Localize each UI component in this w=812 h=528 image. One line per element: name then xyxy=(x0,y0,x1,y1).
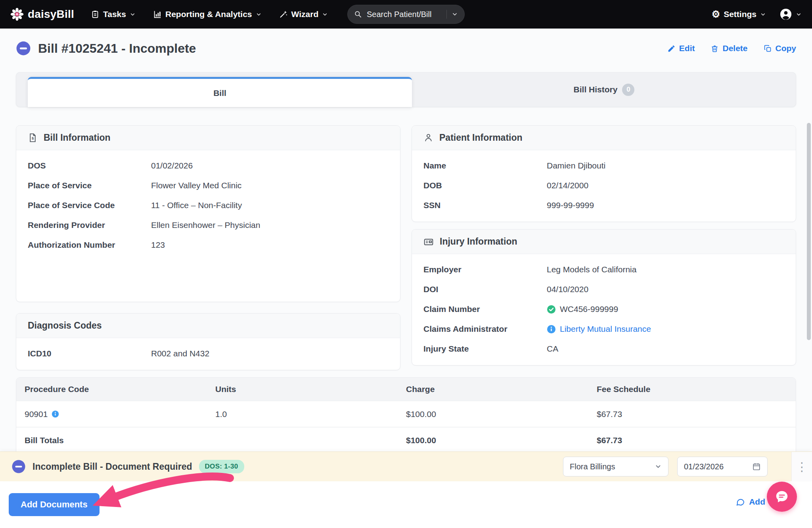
assignee-value: Flora Billings xyxy=(570,462,615,471)
patient-row-dob: DOB 02/14/2000 xyxy=(423,176,784,195)
search-patient-bill[interactable]: Search Patient/Bill xyxy=(347,5,465,24)
diagnosis-codes-title: Diagnosis Codes xyxy=(28,320,102,331)
bill-info-row-place-of-service-code: Place of Service Code 11 - Office – Non-… xyxy=(28,195,389,215)
bill-info-row-dos: DOS 01/02/2026 xyxy=(28,156,389,176)
patient-information-title: Patient Information xyxy=(439,132,523,143)
field-label: Rendering Provider xyxy=(28,220,151,230)
bill-totals-charge: $100.00 xyxy=(406,436,597,445)
info-circle-icon[interactable] xyxy=(547,325,556,334)
field-label: Injury State xyxy=(423,344,547,354)
dos-badge: DOS: 1-30 xyxy=(199,460,244,473)
menu-tasks-label: Tasks xyxy=(103,10,126,19)
add-note-link[interactable]: Add xyxy=(736,497,765,507)
menu-reporting-analytics[interactable]: Reporting & Analytics xyxy=(153,10,262,19)
claim-number-value: WC456-999999 xyxy=(560,304,618,314)
field-label: Name xyxy=(423,161,547,170)
bill-information-title: Bill Information xyxy=(44,132,111,143)
procedure-code: 90901 xyxy=(25,409,48,419)
more-options-button[interactable]: ⋮ xyxy=(791,452,812,481)
col-procedure-code: Procedure Code xyxy=(25,385,215,394)
injury-row-employer: Employer Leg Models of California xyxy=(423,260,784,279)
due-date-input[interactable]: 01/23/2026 xyxy=(677,457,768,476)
col-charge: Charge xyxy=(406,385,597,394)
field-label: DOI xyxy=(423,285,547,294)
field-value: 02/14/2000 xyxy=(547,181,588,190)
injury-row-injury-state: Injury State CA xyxy=(423,339,784,359)
field-value: 11 - Office – Non-Facility xyxy=(151,201,242,210)
procedure-charge: $100.00 xyxy=(406,409,597,419)
bill-document-icon: $ xyxy=(28,133,38,143)
field-value: WC456-999999 xyxy=(547,304,618,314)
tab-bill-history[interactable]: Bill History 0 xyxy=(412,72,796,107)
edit-button[interactable]: Edit xyxy=(667,44,695,53)
brand-logo[interactable]: daisyBill xyxy=(10,8,74,21)
bill-totals-label: Bill Totals xyxy=(25,436,215,445)
field-value: 04/10/2020 xyxy=(547,285,588,294)
menu-settings[interactable]: ⚙ Settings xyxy=(712,10,766,19)
bill-info-row-place-of-service: Place of Service Flower Valley Med Clini… xyxy=(28,176,389,195)
injury-row-doi: DOI 04/10/2020 xyxy=(423,279,784,299)
search-placeholder: Search Patient/Bill xyxy=(367,10,431,19)
calendar-icon xyxy=(752,462,761,471)
page-title: Bill #1025241 - Incomplete xyxy=(38,41,196,56)
field-value: 123 xyxy=(151,240,165,250)
patient-row-name: Name Damien Djibouti xyxy=(423,156,784,176)
menu-settings-label: Settings xyxy=(724,10,756,19)
search-divider xyxy=(446,10,447,19)
patient-information-card: Patient Information Name Damien Djibouti… xyxy=(412,125,796,222)
chevron-down-icon xyxy=(655,463,662,470)
tab-bill-history-label: Bill History xyxy=(574,85,618,94)
page-footer: Add Documents Add xyxy=(0,481,812,528)
bill-tabs: Bill Bill History 0 xyxy=(16,72,796,107)
injury-information-card: Injury Information Employer Leg Models o… xyxy=(412,229,796,365)
chevron-down-icon xyxy=(796,11,802,17)
chevron-down-icon xyxy=(256,11,262,17)
chevron-down-icon xyxy=(322,11,328,17)
menu-wizard-label: Wizard xyxy=(291,10,319,19)
claims-administrator-link[interactable]: Liberty Mutual Insurance xyxy=(560,324,651,334)
chat-bubble-icon xyxy=(736,497,745,507)
menu-reporting-label: Reporting & Analytics xyxy=(165,10,252,19)
due-date-value: 01/23/2026 xyxy=(684,462,724,471)
account-icon xyxy=(779,8,792,21)
field-label: Place of Service Code xyxy=(28,201,151,210)
field-value: Flower Valley Med Clinic xyxy=(151,181,241,190)
bill-totals-fee: $67.73 xyxy=(597,436,787,445)
svg-text:$: $ xyxy=(32,136,34,140)
patient-icon xyxy=(423,133,433,143)
tab-bill-label: Bill xyxy=(213,88,226,98)
bill-info-row-rendering-provider: Rendering Provider Ellen Eisenhower – Ph… xyxy=(28,215,389,235)
add-documents-button[interactable]: Add Documents xyxy=(9,493,100,516)
info-circle-icon[interactable] xyxy=(52,410,59,418)
wizard-wand-icon xyxy=(279,10,288,19)
menu-wizard[interactable]: Wizard xyxy=(279,10,328,19)
chevron-down-icon xyxy=(760,11,766,17)
field-value: 01/02/2026 xyxy=(151,161,193,170)
menu-account[interactable] xyxy=(779,8,802,21)
incomplete-status-icon xyxy=(11,459,26,474)
history-count-badge: 0 xyxy=(622,84,634,96)
procedure-row: 90901 1.0 $100.00 $67.73 xyxy=(16,401,796,427)
chat-launcher-button[interactable] xyxy=(767,482,797,512)
field-label: DOB xyxy=(423,181,547,190)
tab-bill[interactable]: Bill xyxy=(28,77,412,107)
incomplete-bill-banner: Incomplete Bill - Document Required DOS:… xyxy=(0,452,812,481)
copy-icon xyxy=(764,44,772,53)
bill-information-card: $ Bill Information DOS 01/02/2026 Place … xyxy=(16,125,400,302)
diagnosis-row-icd10: ICD10 R002 and N432 xyxy=(28,344,389,363)
reporting-chart-icon xyxy=(153,10,162,19)
bill-totals-row: Bill Totals $100.00 $67.73 xyxy=(16,427,796,453)
field-label: Claims Administrator xyxy=(423,324,547,334)
field-label: ICD10 xyxy=(28,349,151,358)
assignee-select[interactable]: Flora Billings xyxy=(563,457,668,476)
search-icon xyxy=(354,10,362,18)
incomplete-status-icon xyxy=(16,41,31,56)
diagnosis-codes-card: Diagnosis Codes ICD10 R002 and N432 xyxy=(16,313,400,370)
gear-icon: ⚙ xyxy=(712,10,720,19)
injury-information-title: Injury Information xyxy=(440,236,517,247)
delete-button[interactable]: Delete xyxy=(710,44,747,53)
vertical-scrollbar[interactable] xyxy=(807,123,811,340)
field-value: CA xyxy=(547,344,558,354)
menu-tasks[interactable]: Tasks xyxy=(91,10,136,19)
copy-button[interactable]: Copy xyxy=(764,44,797,53)
